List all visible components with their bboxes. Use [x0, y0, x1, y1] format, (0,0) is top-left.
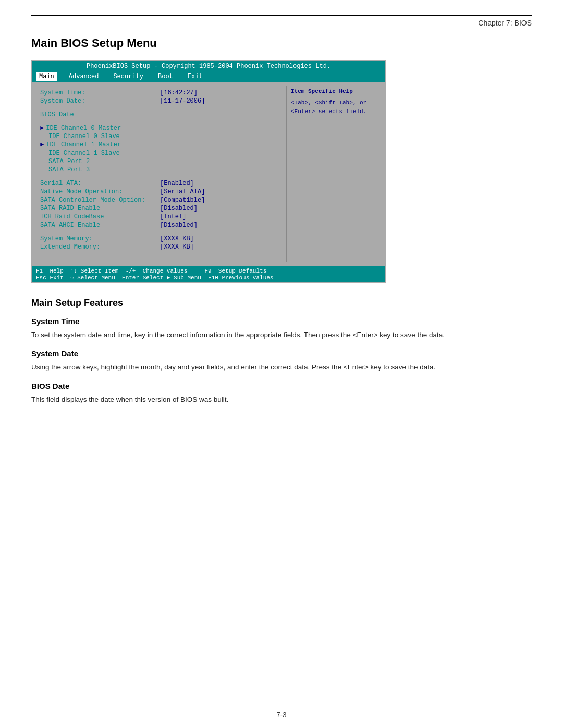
chapter-header: Chapter 7: BIOS	[478, 19, 532, 27]
bios-title-bar: PhoenixBIOS Setup - Copyright 1985-2004 …	[32, 61, 385, 71]
bios-row-serial-ata: Serial ATA: [Enabled]	[40, 180, 278, 187]
bios-row-bios-date: BIOS Date	[40, 111, 278, 118]
help-title: Item Specific Help	[291, 88, 381, 94]
spacer3	[40, 175, 278, 179]
footer-row-2: Esc Exit ↔ Select Menu Enter Select ► Su…	[36, 275, 381, 281]
subsection-body-system-date: Using the arrow keys, highlight the mont…	[31, 362, 532, 373]
help-text: <Tab>, <Shift-Tab>, or<Enter> selects fi…	[291, 98, 381, 116]
bios-row-sata3: SATA Port 3	[40, 166, 278, 174]
bios-row-ext-mem: Extended Memory: [XXXX KB]	[40, 243, 278, 251]
spacer4	[40, 230, 278, 234]
footer-row-1: F1 Help ↑↓ Select Item -/+ Change Values…	[36, 268, 381, 274]
bios-row-ide1master: ► IDE Channel 1 Master	[40, 141, 278, 149]
bios-row-system-time: System Time: [16:42:27]	[40, 89, 278, 96]
bios-screenshot: PhoenixBIOS Setup - Copyright 1985-2004 …	[31, 60, 386, 283]
menu-advanced[interactable]: Advanced	[66, 72, 102, 81]
bios-menu-bar: Main Advanced Security Boot Exit	[32, 71, 385, 82]
menu-security[interactable]: Security	[110, 72, 146, 81]
bios-row-ide0slave: IDE Channel 0 Slave	[40, 133, 278, 140]
bios-row-ide1slave: IDE Channel 1 Slave	[40, 150, 278, 157]
spacer5	[40, 252, 278, 256]
subsection-title-system-time: System Time	[31, 317, 532, 326]
bios-row-sata-ahci: SATA AHCI Enable [Disabled]	[40, 221, 278, 229]
top-rule	[31, 15, 532, 16]
menu-boot[interactable]: Boot	[155, 72, 176, 81]
subsection-body-system-time: To set the system date and time, key in …	[31, 330, 532, 341]
subsection-title-system-date: System Date	[31, 349, 532, 358]
menu-main[interactable]: Main	[36, 72, 57, 81]
bios-body: System Time: [16:42:27] System Date: [11…	[32, 82, 385, 266]
content-area: Main BIOS Setup Menu PhoenixBIOS Setup -…	[31, 36, 532, 408]
subsection-body-bios-date: This field displays the date when this v…	[31, 394, 532, 405]
subsection-title-bios-date: BIOS Date	[31, 381, 532, 390]
bios-row-system-date: System Date: [11-17-2006]	[40, 97, 278, 105]
bios-footer: F1 Help ↑↓ Select Item -/+ Change Values…	[32, 266, 385, 282]
bios-row-sata-raid: SATA RAID Enable [Disabled]	[40, 205, 278, 212]
bios-row-native-mode: Native Mode Operation: [Serial ATA]	[40, 188, 278, 195]
page-number: 7-3	[277, 711, 287, 719]
bios-row-sata2: SATA Port 2	[40, 158, 278, 165]
spacer1	[40, 106, 278, 110]
bios-row-sata-mode: SATA Controller Mode Option: [Compatible…	[40, 196, 278, 204]
bios-row-sys-mem: System Memory: [XXXX KB]	[40, 235, 278, 242]
bios-row-ide0master: ► IDE Channel 0 Master	[40, 125, 278, 132]
spacer6	[40, 256, 278, 260]
bios-main-panel: System Time: [16:42:27] System Date: [11…	[32, 86, 286, 262]
setup-features-title: Main Setup Features	[31, 298, 532, 309]
page-title: Main BIOS Setup Menu	[31, 36, 532, 50]
bottom-rule	[31, 707, 532, 707]
spacer2	[40, 119, 278, 124]
menu-exit[interactable]: Exit	[185, 72, 206, 81]
bios-row-ich-raid: ICH Raid CodeBase [Intel]	[40, 213, 278, 220]
bios-help-panel: Item Specific Help <Tab>, <Shift-Tab>, o…	[286, 86, 385, 262]
